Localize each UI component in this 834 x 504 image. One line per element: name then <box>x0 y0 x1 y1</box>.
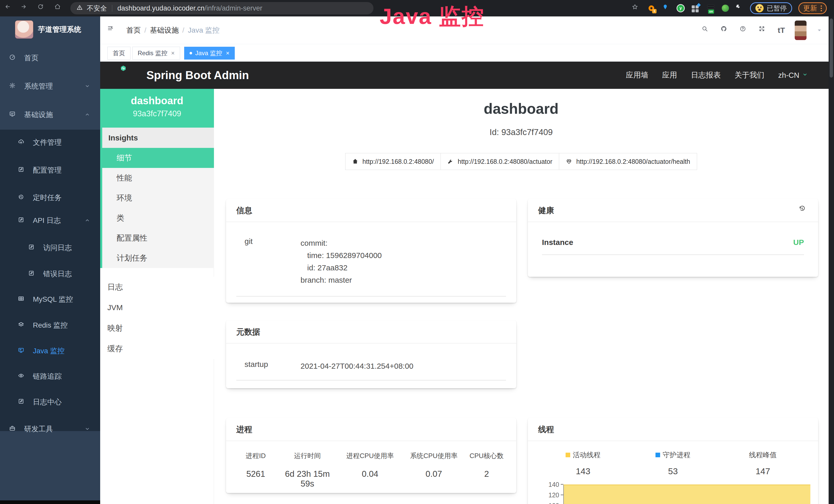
sba-menu-environment[interactable]: 环境 <box>102 188 214 208</box>
sba-nav-about[interactable]: 关于我们 <box>734 70 764 81</box>
sidebar-item-infrastructure[interactable]: 基础设施 <box>0 108 100 122</box>
bookmark-star-icon[interactable] <box>632 4 641 13</box>
sidebar-item-system-mgmt[interactable]: 系统管理 <box>0 79 100 93</box>
font-size-icon[interactable]: tT <box>778 26 785 35</box>
scrollbar-thumb[interactable] <box>830 19 833 77</box>
close-icon[interactable]: × <box>171 49 175 57</box>
sidebar-item-log-center[interactable]: 日志中心 <box>0 395 100 409</box>
sba-instance-header[interactable]: dashboard 93a3fc7f7409 <box>100 89 214 128</box>
browser-back-icon[interactable] <box>5 4 14 13</box>
sidebar-item-redis-monitor[interactable]: Redis 监控 <box>0 318 100 333</box>
sba-menu-details[interactable]: 细节 <box>102 148 214 168</box>
app-logo[interactable]: 芋道管理系统 <box>15 20 81 39</box>
tab-java-monitor[interactable]: Java 监控 × <box>184 47 235 60</box>
instance-id-line: Id: 93a3fc7f7409 <box>214 127 828 137</box>
tab-redis-monitor[interactable]: Redis 监控 × <box>132 47 180 60</box>
browser-menu-icon[interactable] <box>821 5 822 11</box>
extension-leaf-icon[interactable] <box>722 5 729 12</box>
github-icon[interactable] <box>721 26 730 35</box>
sba-nav-journal[interactable]: 日志报表 <box>691 70 721 81</box>
extension-y-icon[interactable]: y <box>677 4 685 12</box>
breadcrumb: 首页 / 基础设施 / Java 监控 <box>126 17 220 44</box>
instance-link-group: http://192.168.0.2:48080/ http://192.168… <box>214 153 828 170</box>
row-divider <box>236 296 506 297</box>
sidebar-item-scheduled-tasks[interactable]: 定时任务 <box>0 190 100 205</box>
sidebar-item-trace[interactable]: 链路追踪 <box>0 369 100 384</box>
sba-nav-wallboard[interactable]: 应用墙 <box>626 70 648 81</box>
user-avatar[interactable] <box>795 21 807 40</box>
extension-grid-icon[interactable] <box>691 4 700 13</box>
instance-home-link[interactable]: http://192.168.0.2:48080/ <box>345 153 441 170</box>
threads-legend: 活动线程 143 守护进程 53 线程峰值 147 <box>528 441 818 476</box>
sba-menu-logs[interactable]: 日志 <box>100 277 214 297</box>
sba-locale-select[interactable]: zh-CN <box>778 71 810 79</box>
browser-home-icon[interactable] <box>54 4 64 13</box>
hamburger-icon[interactable] <box>107 25 118 36</box>
process-uptime: 6d 23h 15m 59s <box>278 469 337 488</box>
avatar-caret-down-icon[interactable] <box>816 27 822 33</box>
fullscreen-icon[interactable] <box>759 26 768 35</box>
app-sidebar: 芋道管理系统 首页 系统管理 基础设施 文件管理 配置管理 定时任务 <box>0 17 100 500</box>
page-scrollbar[interactable] <box>829 17 834 504</box>
address-bar[interactable]: 不安全 dashboard.yudao.iocoder.cn/infra/adm… <box>70 2 373 15</box>
system-cpu: 0.07 <box>403 469 465 479</box>
sidebar-item-dev-tools[interactable]: 研发工具 <box>0 422 100 436</box>
browser-forward-icon[interactable] <box>21 4 30 13</box>
sidebar-item-error-logs[interactable]: 错误日志 <box>0 267 100 281</box>
sba-menu-classes[interactable]: 类 <box>102 208 214 228</box>
extension-orange-icon[interactable]: 1 <box>647 4 656 13</box>
extension-badge: 1 <box>652 9 657 13</box>
process-table: 进程ID5261 运行时间6d 23h 15m 59s 进程CPU使用率0.04… <box>226 441 516 488</box>
browser-reload-icon[interactable] <box>38 4 47 13</box>
sba-nav-applications[interactable]: 应用 <box>662 70 677 81</box>
sba-menu-scheduled-tasks[interactable]: 计划任务 <box>102 248 214 268</box>
metadata-card-title: 元数据 <box>226 320 516 344</box>
sidebar-item-file-mgmt[interactable]: 文件管理 <box>0 135 100 150</box>
process-pid: 5261 <box>234 469 278 479</box>
health-card: 健康 Instance UP <box>528 199 818 277</box>
red-annotation: Java 监控 <box>380 2 484 31</box>
breadcrumb-current: Java 监控 <box>188 25 220 35</box>
paused-profile-badge[interactable]: 已暂停 <box>750 2 792 14</box>
tab-home[interactable]: 首页 <box>107 47 130 60</box>
emoji-face-icon <box>755 4 764 12</box>
sba-menu-mappings[interactable]: 映射 <box>100 318 214 338</box>
search-icon[interactable] <box>702 26 711 35</box>
instance-actuator-link[interactable]: http://192.168.0.2:48080/actuator <box>440 153 559 170</box>
sba-menu-jvm[interactable]: JVM <box>100 297 214 318</box>
instance-name: dashboard <box>100 95 214 107</box>
info-card-title: 信息 <box>226 199 516 222</box>
sba-menu-config-props[interactable]: 配置属性 <box>102 228 214 248</box>
breadcrumb-home[interactable]: 首页 <box>126 25 141 35</box>
chevron-up-icon <box>84 217 91 224</box>
breadcrumb-infrastructure[interactable]: 基础设施 <box>150 25 179 35</box>
home-icon <box>352 158 359 165</box>
instance-health-link[interactable]: http://192.168.0.2:48080/actuator/health <box>559 153 697 170</box>
log-edit-icon <box>18 217 26 224</box>
sba-menu-metrics[interactable]: 性能 <box>102 168 214 188</box>
close-icon[interactable]: × <box>226 49 229 57</box>
error-log-icon <box>28 270 36 278</box>
health-history-icon[interactable] <box>799 206 809 215</box>
info-row-value: commit: time: 1596289704000 id: 27aa832 … <box>301 237 506 286</box>
health-card-title: 健康 <box>538 206 554 215</box>
sidebar-item-api-logs[interactable]: API 日志 <box>0 213 100 228</box>
chrome-update-button[interactable]: 更新 <box>798 2 827 14</box>
extension-on-icon[interactable]: on <box>706 4 716 13</box>
cloud-upload-icon <box>18 139 26 146</box>
sba-menu-caches[interactable]: 缓存 <box>100 338 214 359</box>
sidebar-item-access-logs[interactable]: 访问日志 <box>0 240 100 255</box>
sidebar-item-config-mgmt[interactable]: 配置管理 <box>0 163 100 177</box>
extension-pin-icon[interactable] <box>662 4 671 12</box>
extensions-puzzle-icon[interactable] <box>735 4 744 13</box>
threads-chart-area <box>563 484 810 504</box>
instance-id: 93a3fc7f7409 <box>100 109 214 118</box>
access-log-icon <box>28 244 36 252</box>
metadata-card: 元数据 startup 2021-04-27T00:44:31.254+08:0… <box>226 320 516 388</box>
not-secure-warning-icon <box>76 4 84 12</box>
chevron-up-icon <box>84 111 91 118</box>
help-icon[interactable] <box>740 26 749 35</box>
sidebar-item-home[interactable]: 首页 <box>0 51 100 65</box>
sidebar-item-java-monitor[interactable]: Java 监控 <box>0 344 100 358</box>
sidebar-item-mysql-monitor[interactable]: MySQL 监控 <box>0 292 100 306</box>
